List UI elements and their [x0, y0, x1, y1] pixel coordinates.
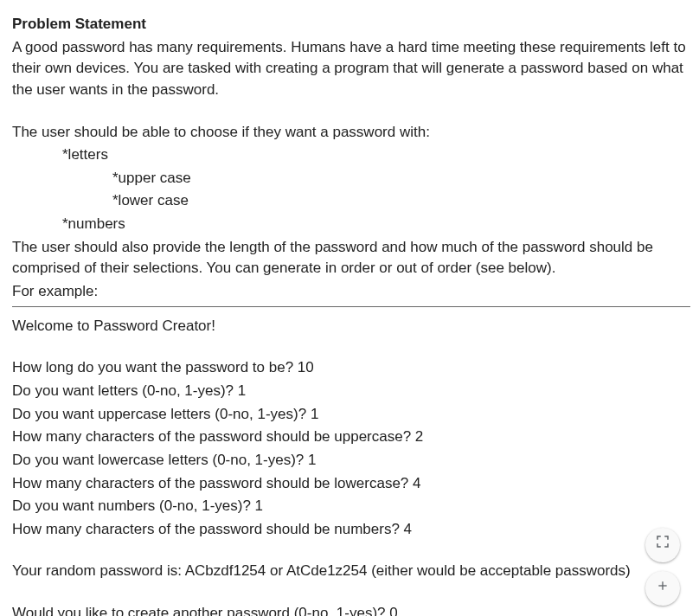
- bullet-letters: *letters: [12, 144, 690, 166]
- prompt-numbers: Do you want numbers (0-no, 1-yes)? 1: [12, 496, 690, 517]
- fit-to-window-button[interactable]: [645, 528, 680, 562]
- prompt-length: How long do you want the password to be?…: [12, 357, 690, 379]
- welcome-line: Welcome to Password Creator!: [12, 316, 690, 337]
- zoom-in-button[interactable]: [645, 571, 680, 606]
- section-heading: Problem Statement: [12, 14, 690, 35]
- result-line: Your random password is: ACbzdf1254 or A…: [12, 561, 690, 582]
- bullet-numbers: *numbers: [12, 214, 690, 235]
- prompt-lowercase: Do you want lowercase letters (0-no, 1-y…: [12, 450, 690, 472]
- intro-paragraph-2: The user should also provide the length …: [12, 237, 690, 279]
- prompt-uppercase: Do you want uppercase letters (0-no, 1-y…: [12, 404, 690, 426]
- again-prompt: Would you like to create another passwor…: [12, 603, 690, 616]
- choose-line: The user should be able to choose if the…: [12, 122, 690, 144]
- for-example-label: For example:: [12, 281, 690, 303]
- plus-icon: [656, 578, 670, 600]
- bullet-lower-case: *lower case: [12, 190, 690, 212]
- prompt-uppercase-count: How many characters of the password shou…: [12, 427, 690, 448]
- bullet-upper-case: *upper case: [12, 168, 690, 189]
- divider: [12, 306, 690, 307]
- fit-to-window-icon: [655, 534, 670, 556]
- prompt-numbers-count: How many characters of the password shou…: [12, 519, 690, 541]
- prompt-lowercase-count: How many characters of the password shou…: [12, 473, 690, 495]
- prompt-letters: Do you want letters (0-no, 1-yes)? 1: [12, 381, 690, 402]
- intro-paragraph-1: A good password has many requirements. H…: [12, 37, 690, 101]
